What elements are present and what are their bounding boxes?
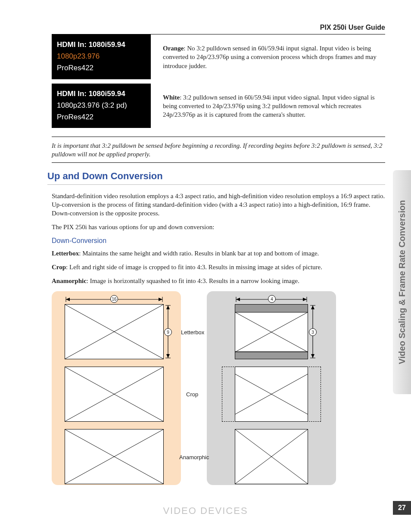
svg-line-31 (235, 367, 308, 421)
svg-marker-2 (159, 298, 162, 301)
lcd-row-orange: HDMI In: 1080i59.94 1080p23.976 ProRes42… (52, 34, 385, 79)
diagram-label-anamorphic: Anamorphic (179, 454, 209, 460)
body-paragraph: The PIX 250i has various options for up … (52, 223, 385, 231)
section-tab: Video Scaling & Frame Rate Conversion (393, 170, 411, 394)
lcd-line: ProRes422 (57, 62, 146, 74)
subheading: Down-Conversion (52, 237, 385, 245)
lcd-description: White: 3:2 pulldown sensed in 60i/59.94i… (163, 84, 385, 119)
lcd-display-white: HDMI In: 1080i59.94 1080p23.976 (3:2 pd)… (52, 84, 151, 128)
body-paragraph: Anamorphic: Image is horizontally squash… (52, 277, 385, 285)
result-frame-crop (235, 367, 308, 422)
desc-label: White (163, 94, 180, 101)
svg-marker-18 (303, 298, 307, 301)
lcd-line: ProRes422 (57, 111, 146, 123)
lcd-row-white: HDMI In: 1080i59.94 1080p23.976 (3:2 pd)… (52, 84, 385, 128)
divider (52, 137, 385, 137)
term-text: : Maintains the same height and width ra… (79, 250, 319, 257)
term-label: Anamorphic (52, 277, 87, 284)
lcd-line: 1080p23.976 (3:2 pd) (57, 100, 146, 111)
svg-marker-22 (311, 305, 314, 309)
source-frame (65, 429, 164, 484)
section-tab-label: Video Scaling & Frame Rate Conversion (397, 200, 407, 364)
lcd-line: HDMI In: 1080i59.94 (57, 39, 146, 50)
diagram-label-crop: Crop (186, 391, 198, 398)
page-number: 27 (393, 501, 411, 515)
svg-marker-7 (166, 354, 170, 358)
body-paragraph: Standard-definition video resolution emp… (52, 192, 385, 218)
divider (52, 162, 385, 163)
lcd-description: Orange: No 3:2 pulldown sensed in 60i/59… (163, 34, 385, 70)
svg-marker-6 (166, 305, 170, 309)
lcd-line: HDMI In: 1080i59.94 (57, 88, 146, 100)
desc-text: : 3:2 pulldown sensed in 60i/59.94i inpu… (163, 94, 375, 118)
section-heading: Up and Down Conversion (47, 171, 385, 185)
svg-marker-23 (311, 354, 314, 358)
lcd-display-orange: HDMI In: 1080i59.94 1080p23.976 ProRes42… (52, 34, 151, 79)
term-label: Crop (52, 264, 66, 271)
desc-label: Orange (163, 45, 184, 52)
note-text: It is important that 3:2 pulldown be sen… (52, 141, 385, 159)
diagram-label-letterbox: Letterbox (181, 329, 204, 336)
term-label: Letterbox (52, 250, 79, 257)
lcd-line-highlight: 1080p23.976 (57, 50, 146, 62)
source-frame (65, 367, 164, 422)
desc-text: : No 3:2 pulldown sensed in 60i/59.94i i… (163, 45, 377, 69)
header-title: PIX 250i User Guide (52, 24, 385, 34)
body-paragraph: Crop: Left and right side of image is cr… (52, 263, 385, 271)
svg-marker-17 (236, 298, 240, 301)
result-frame-letterbox (235, 304, 308, 359)
svg-marker-1 (66, 298, 70, 301)
term-text: : Left and right side of image is croppe… (66, 264, 322, 271)
footer-brand: VIDEO DEVICES (163, 505, 248, 516)
source-frame (65, 304, 164, 359)
conversion-diagram: 16 9 Letterbox Crop Anamorphic 4 3 (52, 291, 349, 485)
body-paragraph: Letterbox: Maintains the same height and… (52, 249, 385, 258)
result-frame-anamorphic (235, 429, 308, 484)
term-text: : Image is horizontally squashed to fit … (87, 277, 299, 284)
